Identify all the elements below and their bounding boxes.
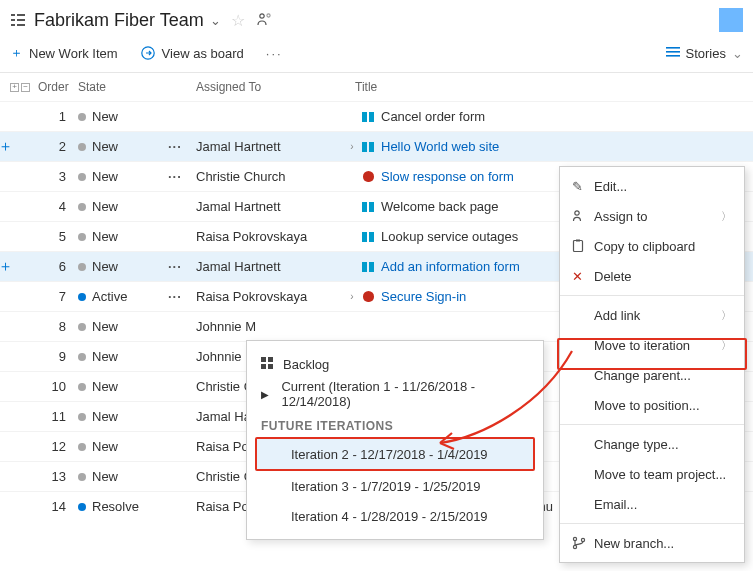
ctx-move-to-team-project[interactable]: Move to team project... — [560, 459, 744, 489]
header-state[interactable]: State — [78, 80, 168, 94]
submenu-current[interactable]: ▶ Current (Iteration 1 - 11/26/2018 - 12… — [247, 379, 543, 409]
clipboard-icon — [572, 239, 594, 253]
state-dot-icon — [78, 173, 86, 181]
team-dropdown-chevron-icon[interactable]: ⌄ — [210, 13, 221, 28]
submenu-iteration-2[interactable]: Iteration 2 - 12/17/2018 - 1/4/2019 — [257, 439, 533, 469]
add-child-plus-icon[interactable]: ＋ — [0, 257, 13, 276]
toolbar: ＋ New Work Item View as board ··· Storie… — [0, 40, 753, 73]
new-work-item-label: New Work Item — [29, 46, 118, 61]
row-assigned: Christie Church — [196, 169, 345, 184]
pencil-icon: ✎ — [572, 179, 594, 194]
submenu-backlog[interactable]: Backlog — [247, 349, 543, 379]
state-dot-icon — [78, 233, 86, 241]
state-dot-icon — [78, 263, 86, 271]
team-name[interactable]: Fabrikam Fiber Team — [34, 10, 204, 31]
add-child-plus-icon[interactable]: ＋ — [0, 137, 13, 156]
row-order: 14 — [38, 499, 78, 514]
svg-rect-1 — [11, 19, 15, 21]
row-state: New — [78, 259, 168, 274]
row-title[interactable]: Hello World web site — [381, 139, 753, 154]
submenu-iteration-4[interactable]: Iteration 4 - 1/28/2019 - 2/15/2019 — [247, 501, 543, 531]
table-row[interactable]: ＋2New···Jamal Hartnett›Hello World web s… — [0, 131, 753, 161]
row-order: 5 — [38, 229, 78, 244]
row-assigned: Jamal Hartnett — [196, 139, 345, 154]
row-state: New — [78, 379, 168, 394]
expand-caret-icon[interactable]: › — [345, 141, 359, 152]
ctx-move-to-position[interactable]: Move to position... — [560, 390, 744, 420]
row-actions-button[interactable]: ··· — [168, 169, 196, 184]
svg-rect-11 — [666, 55, 680, 57]
state-dot-icon — [78, 383, 86, 391]
state-dot-icon — [78, 113, 86, 121]
table-row[interactable]: ＋1NewCancel order form — [0, 101, 753, 131]
header-assigned[interactable]: Assigned To — [168, 80, 345, 94]
svg-rect-2 — [11, 24, 15, 26]
row-order: 2 — [38, 139, 78, 154]
row-state: New — [78, 109, 168, 124]
svg-point-21 — [581, 538, 584, 541]
ctx-move-to-iteration[interactable]: Move to iteration〉 — [560, 330, 744, 360]
header-title[interactable]: Title — [345, 80, 753, 94]
ctx-edit[interactable]: ✎Edit... — [560, 171, 744, 201]
table-header-row: +− Order State Assigned To Title — [0, 73, 753, 101]
ctx-assign-to[interactable]: Assign to〉 — [560, 201, 744, 231]
svg-point-16 — [575, 211, 579, 215]
row-assigned: Jamal Hartnett — [196, 259, 345, 274]
svg-rect-18 — [576, 240, 580, 242]
row-state: New — [78, 319, 168, 334]
svg-rect-0 — [11, 14, 15, 16]
chevron-right-icon: 〉 — [721, 338, 732, 353]
ctx-new-branch[interactable]: New branch... — [560, 528, 744, 558]
favorite-star-icon[interactable]: ☆ — [231, 11, 245, 30]
user-avatar[interactable] — [719, 8, 743, 32]
row-assigned: Jamal Hartnett — [196, 199, 345, 214]
state-dot-icon — [78, 353, 86, 361]
row-order: 4 — [38, 199, 78, 214]
row-order: 7 — [38, 289, 78, 304]
row-actions-button[interactable]: ··· — [168, 259, 196, 274]
row-actions-button[interactable]: ··· — [168, 289, 196, 304]
ctx-change-type[interactable]: Change type... — [560, 429, 744, 459]
board-arrow-icon — [140, 45, 156, 61]
pbi-icon — [359, 112, 377, 122]
state-dot-icon — [78, 473, 86, 481]
toolbar-more-button[interactable]: ··· — [266, 46, 283, 61]
row-order: 13 — [38, 469, 78, 484]
expand-caret-icon[interactable]: › — [345, 291, 359, 302]
row-state: New — [78, 229, 168, 244]
row-state: New — [78, 349, 168, 364]
view-as-board-button[interactable]: View as board — [140, 45, 244, 61]
ctx-change-parent[interactable]: Change parent... — [560, 360, 744, 390]
row-order: 9 — [38, 349, 78, 364]
ctx-add-link[interactable]: Add link〉 — [560, 300, 744, 330]
team-settings-icon[interactable] — [257, 12, 273, 29]
submenu-iteration-3[interactable]: Iteration 3 - 1/7/2019 - 1/25/2019 — [247, 471, 543, 501]
chevron-down-icon: ⌄ — [732, 46, 743, 61]
list-icon — [666, 46, 680, 61]
row-actions-button[interactable]: ··· — [168, 139, 196, 154]
branch-icon — [572, 536, 594, 550]
row-assigned: Raisa Pokrovskaya — [196, 229, 345, 244]
pbi-icon — [359, 232, 377, 242]
backlog-level-dropdown[interactable]: Stories ⌄ — [666, 46, 743, 61]
svg-rect-3 — [17, 14, 25, 16]
header-order[interactable]: Order — [38, 80, 78, 94]
row-order: 8 — [38, 319, 78, 334]
state-dot-icon — [78, 143, 86, 151]
row-order: 6 — [38, 259, 78, 274]
backlog-level-label: Stories — [686, 46, 726, 61]
context-menu: ✎Edit... Assign to〉 Copy to clipboard ✕D… — [559, 166, 745, 563]
pbi-icon — [359, 142, 377, 152]
row-order: 3 — [38, 169, 78, 184]
new-work-item-button[interactable]: ＋ New Work Item — [10, 44, 118, 62]
state-dot-icon — [78, 203, 86, 211]
row-state: New — [78, 139, 168, 154]
svg-rect-10 — [666, 51, 680, 53]
ctx-delete[interactable]: ✕Delete — [560, 261, 744, 291]
row-order: 12 — [38, 439, 78, 454]
ctx-email[interactable]: Email... — [560, 489, 744, 519]
ctx-copy-clipboard[interactable]: Copy to clipboard — [560, 231, 744, 261]
expand-collapse-controls[interactable]: +− — [10, 83, 38, 92]
submenu-current-label: Current (Iteration 1 - 11/26/2018 - 12/1… — [281, 379, 529, 409]
chevron-right-icon: 〉 — [721, 209, 732, 224]
